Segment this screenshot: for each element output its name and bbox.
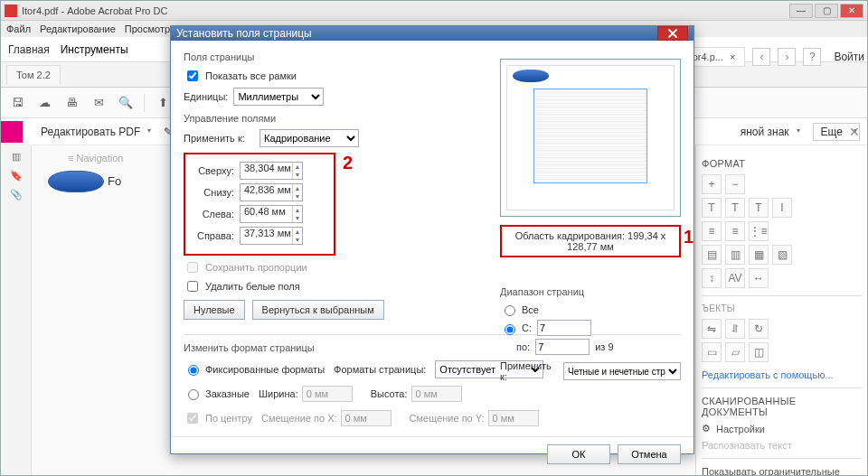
maximize-button[interactable]: ▢ (815, 4, 838, 18)
rp-ico-4[interactable]: I (772, 198, 792, 218)
right-input[interactable]: 37,313 мм▲▼ (240, 227, 303, 245)
rp-ico-3[interactable]: T (749, 198, 769, 218)
menu-file[interactable]: Файл (6, 23, 31, 34)
all-radio[interactable]: Все (500, 303, 681, 316)
apply-to-select[interactable]: Кадрирование (259, 129, 359, 147)
title-app: Adobe Acrobat Pro DC (67, 5, 167, 16)
save-icon[interactable]: 🖫 (6, 92, 28, 114)
center-checkbox: По центру (184, 410, 252, 426)
from-radio[interactable]: С: (500, 322, 532, 335)
fixed-radio[interactable]: Фиксированные форматы (184, 362, 325, 376)
rp-ico-1[interactable]: T (702, 198, 722, 218)
ok-button[interactable]: ОК (547, 444, 610, 464)
rp-rotate-icon[interactable]: ↻ (749, 319, 769, 339)
rp-scanned-heading: СКАНИРОВАННЫЕ ДОКУМЕНТЫ (702, 396, 862, 417)
rp-sp-1[interactable]: ↕ (702, 268, 722, 288)
to-label: по: (516, 341, 530, 352)
rp-list-icon[interactable]: ⋮≡ (749, 221, 769, 241)
help-button[interactable]: ? (803, 48, 821, 66)
rp-align-left-icon[interactable]: ≡ (702, 221, 722, 241)
pdf-icon (5, 5, 17, 17)
set-page-boxes-dialog: Установить поля страницы Поля страницы П… (170, 25, 694, 454)
rp-sp-2[interactable]: AV (725, 268, 745, 288)
range-label: Диапазон страниц (500, 286, 681, 297)
login-button[interactable]: Войти (828, 51, 864, 63)
keep-ratio-checkbox[interactable]: Сохранить пропорции (184, 259, 681, 275)
prev-tab-button[interactable]: ‹ (752, 48, 770, 66)
zero-button[interactable]: Нулевые (184, 300, 245, 320)
apply-pages-label: Применить к: (500, 360, 558, 382)
annotation-2: 2 (343, 153, 353, 173)
tab-tools[interactable]: Инструменты (61, 43, 128, 56)
to-input[interactable] (535, 339, 590, 355)
canvas-text: Fo (108, 174, 121, 188)
units-select[interactable]: Миллиметры (233, 88, 324, 106)
top-input[interactable]: 38,304 мм▲▼ (240, 162, 303, 180)
rp-minus-icon[interactable]: − (725, 174, 745, 194)
rp-obj-3[interactable]: ◫ (749, 342, 769, 362)
rp-obj-1[interactable]: ▭ (702, 342, 722, 362)
rp-showframes[interactable]: Показывать ограничительные рамки (702, 466, 862, 475)
edit-with-link[interactable]: Редактировать с помощью... (702, 369, 862, 380)
nav-label: Navigation (68, 153, 123, 163)
rp-al-4[interactable]: ▧ (772, 245, 792, 265)
rp-obj-2[interactable]: ▱ (725, 342, 745, 362)
rp-objects-heading: ЪЕКТЫ (702, 303, 862, 313)
margin-box: Сверху: 38,304 мм▲▼ Снизу: 42,836 мм▲▼ С… (184, 153, 335, 256)
rp-ico-2[interactable]: T (725, 198, 745, 218)
cloud-icon[interactable]: ☁ (33, 92, 55, 114)
left-sidebar: ▥ 🔖 📎 (1, 145, 32, 475)
from-input[interactable] (537, 320, 591, 336)
rp-flip-v-icon[interactable]: ⥯ (725, 319, 745, 339)
menu-edit[interactable]: Редактирование (40, 23, 116, 34)
dialog-title: Установить поля страницы (176, 27, 312, 40)
next-tab-button[interactable]: › (778, 48, 796, 66)
bottom-label: Снизу: (193, 187, 240, 198)
formats-label: Форматы страницы: (334, 364, 426, 375)
rp-flip-h-icon[interactable]: ⇋ (702, 319, 722, 339)
of-label: из 9 (595, 341, 613, 352)
editbar-close-icon[interactable]: ✕ (849, 125, 860, 139)
mail-icon[interactable]: ✉ (88, 92, 109, 114)
title-filename: Itor4.pdf (22, 5, 58, 16)
close-button[interactable]: ✕ (840, 4, 863, 18)
dialog-titlebar[interactable]: Установить поля страницы (171, 26, 693, 41)
doc-tab-1[interactable]: Том 2.2 (6, 65, 61, 85)
rp-sp-3[interactable]: ↔ (749, 268, 769, 288)
titlebar: Itor4.pdf - Adobe Acrobat Pro DC — ▢ ✕ (1, 1, 867, 21)
dialog-close-button[interactable] (657, 26, 688, 41)
minimize-button[interactable]: — (789, 4, 813, 18)
bottom-input[interactable]: 42,836 мм▲▼ (240, 183, 303, 201)
preview-pane (500, 59, 681, 217)
offx-input: 0 мм (341, 410, 392, 426)
rp-recognize: Распознавать текст (702, 440, 862, 451)
custom-radio[interactable]: Заказные (184, 387, 250, 400)
left-label: Слева: (193, 209, 240, 219)
menu-view[interactable]: Просмотр (125, 23, 170, 34)
offy-input: 0 мм (488, 410, 539, 426)
show-frames-input[interactable] (187, 70, 198, 81)
search-icon[interactable]: 🔍 (115, 92, 137, 114)
attachment-icon[interactable]: 📎 (10, 189, 23, 201)
apply-pages-select[interactable]: Четные и нечетные страницы (563, 362, 681, 380)
offx-label: Смещение по X: (261, 413, 337, 424)
rp-al-2[interactable]: ▥ (725, 245, 745, 265)
left-input[interactable]: 60,48 мм▲▼ (240, 205, 303, 223)
width-label: Ширина: (259, 388, 298, 399)
width-input: 0 мм (302, 386, 353, 402)
ford-logo (48, 171, 104, 192)
rp-align-center-icon[interactable]: ≡ (725, 221, 745, 241)
tab-home[interactable]: Главная (8, 43, 50, 56)
bookmark-icon[interactable]: 🔖 (10, 170, 23, 182)
rp-settings[interactable]: ⚙Настройки (702, 423, 862, 434)
rp-al-1[interactable]: ▤ (702, 245, 722, 265)
rp-plus-icon[interactable]: + (702, 174, 722, 194)
edit-pdf-dropdown[interactable]: Редактировать PDF (37, 124, 153, 140)
rp-al-3[interactable]: ▦ (749, 245, 769, 265)
gear-icon: ⚙ (702, 423, 711, 434)
revert-button[interactable]: Вернуться к выбранным (252, 300, 384, 320)
thumbnails-icon[interactable]: ▥ (12, 151, 21, 163)
watermark-dropdown[interactable]: яной знак (737, 124, 802, 140)
print-icon[interactable]: 🖶 (61, 92, 82, 114)
cancel-button[interactable]: Отмена (618, 444, 681, 464)
